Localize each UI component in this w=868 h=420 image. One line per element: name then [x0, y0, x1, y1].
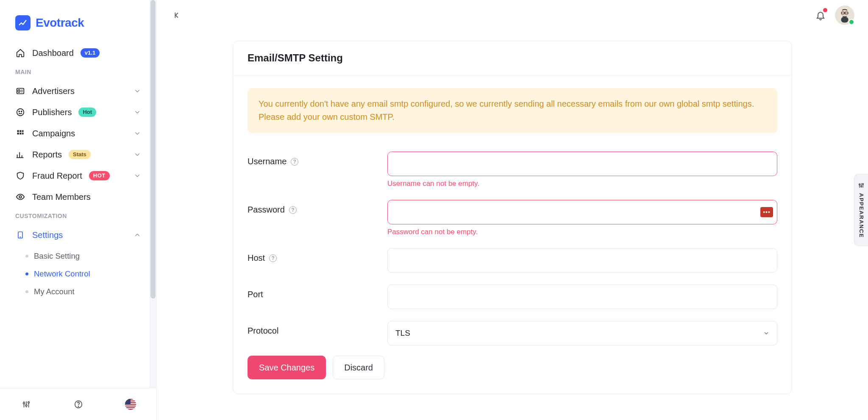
svg-point-5	[19, 111, 19, 112]
sidebar-item-label: Team Members	[32, 192, 91, 202]
eye-icon	[15, 192, 25, 202]
form-row-username: Username ? Username can not be empty.	[248, 146, 777, 194]
chevron-down-icon	[134, 130, 141, 137]
sidebar-subitem-basic-setting[interactable]: Basic Setting	[0, 247, 156, 265]
username-input[interactable]	[387, 152, 777, 176]
version-badge: v1.1	[81, 48, 100, 58]
svg-point-36	[859, 184, 860, 185]
home-icon	[15, 48, 25, 58]
page-title: Email/SMTP Setting	[233, 41, 792, 75]
svg-rect-11	[19, 133, 21, 134]
svg-point-30	[841, 10, 848, 17]
password-input[interactable]	[387, 200, 777, 224]
sidebar-item-fraud-report[interactable]: Fraud Report HOT	[0, 165, 156, 186]
svg-point-38	[861, 186, 862, 187]
svg-point-27	[78, 406, 78, 406]
bar-chart-icon	[15, 149, 25, 160]
sidebar-subitem-label: My Account	[34, 287, 75, 296]
password-error: Password can not be empty.	[387, 228, 777, 236]
host-label: Host ?	[248, 248, 387, 263]
help-icon[interactable]: ?	[291, 158, 298, 166]
help-icon[interactable]: ?	[269, 254, 277, 262]
sidebar-item-team-members[interactable]: Team Members	[0, 186, 156, 207]
notification-dot-icon	[823, 8, 827, 12]
content-area: Email/SMTP Setting You currently don't h…	[157, 30, 868, 420]
language-flag-icon[interactable]	[124, 398, 137, 411]
brand-logo-icon	[15, 15, 31, 30]
label-text: Protocol	[248, 326, 278, 336]
sidebar-item-label: Settings	[32, 230, 63, 240]
protocol-label: Protocol	[248, 321, 387, 336]
user-menu-button[interactable]	[835, 6, 854, 25]
port-label: Port	[248, 285, 387, 299]
protocol-select[interactable]	[387, 321, 777, 345]
help-icon[interactable]	[72, 398, 85, 411]
sliders-icon	[858, 182, 865, 189]
port-input[interactable]	[387, 285, 777, 309]
svg-rect-7	[17, 130, 19, 132]
sidebar-item-advertisers[interactable]: Advertisers	[0, 80, 156, 102]
sidebar-item-publishers[interactable]: Publishers Hot	[0, 102, 156, 123]
svg-point-17	[19, 196, 22, 198]
username-label: Username ?	[248, 152, 387, 166]
svg-point-25	[28, 401, 29, 403]
password-manager-icon[interactable]: •••	[760, 207, 773, 217]
brand[interactable]: Evotrack	[0, 8, 156, 42]
notifications-button[interactable]	[813, 8, 828, 23]
settings-submenu: Basic Setting Network Control My Account	[0, 246, 156, 304]
svg-point-21	[23, 402, 25, 404]
equalizer-icon[interactable]	[19, 398, 33, 411]
chevron-up-icon	[134, 231, 141, 239]
password-label: Password ?	[248, 200, 387, 215]
form-row-host: Host ?	[248, 242, 777, 279]
hot-badge: HOT	[89, 171, 110, 180]
collapse-sidebar-button[interactable]	[170, 8, 184, 22]
sidebar-item-campaigns[interactable]: Campaigns	[0, 123, 156, 144]
grid-icon	[15, 128, 25, 138]
svg-rect-12	[22, 133, 23, 134]
form-row-password: Password ? ••• Password can not be empty…	[248, 194, 777, 242]
svg-point-4	[17, 109, 24, 116]
label-text: Password	[248, 205, 285, 215]
sidebar-group-customization: CUSTOMIZATION	[0, 207, 156, 224]
hot-badge: Hot	[78, 108, 96, 117]
host-input[interactable]	[387, 248, 777, 273]
sidebar-subitem-network-control[interactable]: Network Control	[0, 265, 156, 283]
smtp-settings-card: Email/SMTP Setting You currently don't h…	[233, 41, 792, 394]
svg-rect-9	[22, 130, 23, 132]
brand-name: Evotrack	[36, 16, 84, 30]
discard-button[interactable]: Discard	[333, 356, 384, 379]
chevron-down-icon	[134, 108, 141, 116]
sidebar-item-settings[interactable]: Settings	[0, 224, 156, 246]
sidebar-group-main: MAIN	[0, 64, 156, 80]
main: Email/SMTP Setting You currently don't h…	[157, 0, 868, 420]
help-icon[interactable]: ?	[289, 206, 297, 214]
label-text: Host	[248, 253, 265, 263]
svg-rect-10	[17, 133, 19, 134]
form-row-protocol: Protocol	[248, 315, 777, 351]
sidebar-subitem-label: Network Control	[34, 269, 90, 279]
sidebar-subitem-my-account[interactable]: My Account	[0, 283, 156, 301]
id-card-icon	[15, 86, 25, 96]
sidebar-item-dashboard[interactable]: Dashboard v1.1	[0, 42, 156, 64]
sidebar-footer	[0, 388, 156, 420]
sidebar: Evotrack Dashboard v1.1 MAIN Advertisers	[0, 0, 157, 420]
topbar	[157, 0, 868, 30]
sidebar-item-label: Advertisers	[32, 86, 75, 96]
sidebar-item-reports[interactable]: Reports Stats	[0, 144, 156, 165]
svg-point-6	[21, 111, 22, 112]
sidebar-item-label: Dashboard	[32, 48, 74, 58]
sidebar-scroll[interactable]: Evotrack Dashboard v1.1 MAIN Advertisers	[0, 0, 156, 388]
save-button[interactable]: Save Changes	[248, 356, 326, 379]
label-text: Port	[248, 290, 263, 299]
sidebar-item-label: Fraud Report	[32, 171, 82, 181]
svg-rect-8	[19, 130, 21, 132]
svg-point-40	[862, 183, 864, 185]
sidebar-item-label: Publishers	[32, 108, 72, 117]
smile-icon	[15, 107, 25, 117]
label-text: Username	[248, 157, 287, 166]
appearance-toggle[interactable]: APPEARANCE	[854, 174, 868, 246]
username-error: Username can not be empty.	[387, 180, 777, 188]
svg-rect-1	[18, 90, 20, 92]
smtp-warning-alert: You currently don't have any email smtp …	[248, 88, 777, 133]
